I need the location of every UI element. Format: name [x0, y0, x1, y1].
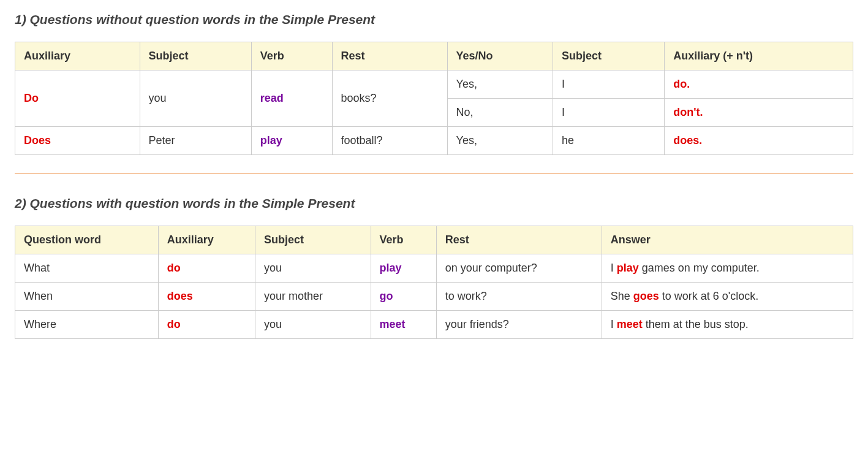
table2: Question word Auxiliary Subject Verb Res…	[15, 226, 853, 339]
t1-h-yesno: Yes/No	[447, 42, 553, 70]
t2-r2-answer: She goes to work at 6 o'clock.	[602, 283, 853, 311]
t1-r2-subject2: I	[553, 99, 665, 127]
t2-r3-ans-hl: meet	[617, 318, 643, 330]
t1-r1-rest: books?	[332, 70, 447, 127]
t2-r3-answer: I meet them at the bus stop.	[602, 311, 853, 339]
t2-r1-ans-post: games on my computer.	[639, 262, 760, 274]
table-row: Where do you meet your friends? I meet t…	[15, 311, 853, 339]
table-row: What do you play on your computer? I pla…	[15, 254, 853, 283]
t2-r2-rest: to work?	[436, 283, 602, 311]
table1: Auxiliary Subject Verb Rest Yes/No Subje…	[15, 42, 853, 155]
t2-h-answer: Answer	[602, 226, 853, 254]
t1-h-subject: Subject	[140, 42, 251, 70]
table-row: When does your mother go to work? She go…	[15, 283, 853, 311]
t2-r1-answer: I play games on my computer.	[602, 254, 853, 283]
t1-h-aux: Auxiliary	[15, 42, 140, 70]
t2-h-verb: Verb	[371, 226, 436, 254]
t1-r3-aux: Does	[15, 127, 140, 155]
t1-r3-aux2: does.	[665, 127, 853, 155]
t1-r2-aux2: don't.	[665, 99, 853, 127]
t2-r1-subject: you	[255, 254, 371, 283]
table-row: Do you read books? Yes, I do.	[15, 70, 853, 99]
t2-r1-ans-hl: play	[617, 262, 639, 274]
t1-r3-subject2: he	[553, 127, 665, 155]
t1-r3-rest: football?	[332, 127, 447, 155]
t2-r3-qword: Where	[15, 311, 159, 339]
t2-r2-qword: When	[15, 283, 159, 311]
t1-r3-subject: Peter	[140, 127, 251, 155]
t1-r1-yesno: Yes,	[447, 70, 553, 99]
t2-r2-ans-hl: goes	[633, 290, 659, 302]
t1-r2-yesno: No,	[447, 99, 553, 127]
t2-h-rest: Rest	[436, 226, 602, 254]
divider	[15, 173, 853, 174]
t2-r1-qword: What	[15, 254, 159, 283]
t1-r1-subject: you	[140, 70, 251, 127]
t1-r3-verb: play	[251, 127, 332, 155]
t1-r1-aux2: do.	[665, 70, 853, 99]
t2-r2-ans-post: to work at 6 o'clock.	[659, 290, 759, 302]
t2-r3-verb: meet	[371, 311, 436, 339]
t2-r2-ans-pre: She	[611, 290, 633, 302]
t2-r3-aux: do	[158, 311, 255, 339]
t2-r1-aux: do	[158, 254, 255, 283]
t1-r1-aux: Do	[15, 70, 140, 127]
section2-heading: 2) Questions with question words in the …	[15, 196, 853, 211]
t1-r1-subject2: I	[553, 70, 665, 99]
t2-r2-verb: go	[371, 283, 436, 311]
t2-r2-subject: your mother	[255, 283, 371, 311]
t2-r1-verb: play	[371, 254, 436, 283]
t1-h-subject2: Subject	[553, 42, 665, 70]
t2-h-subject: Subject	[255, 226, 371, 254]
table-row: Does Peter play football? Yes, he does.	[15, 127, 853, 155]
t2-r1-ans-pre: I	[611, 262, 617, 274]
t2-r3-ans-pre: I	[611, 318, 617, 330]
t2-r3-subject: you	[255, 311, 371, 339]
t1-r3-yesno: Yes,	[447, 127, 553, 155]
t2-h-qword: Question word	[15, 226, 159, 254]
t1-h-aux2: Auxiliary (+ n't)	[665, 42, 853, 70]
t1-h-verb: Verb	[251, 42, 332, 70]
t2-h-aux: Auxiliary	[158, 226, 255, 254]
t2-r3-ans-post: them at the bus stop.	[643, 318, 749, 330]
t2-r2-aux: does	[158, 283, 255, 311]
t1-h-rest: Rest	[332, 42, 447, 70]
t2-r3-rest: your friends?	[436, 311, 602, 339]
section1-heading: 1) Questions without question words in t…	[15, 12, 853, 27]
t1-r1-verb: read	[251, 70, 332, 127]
t2-r1-rest: on your computer?	[436, 254, 602, 283]
